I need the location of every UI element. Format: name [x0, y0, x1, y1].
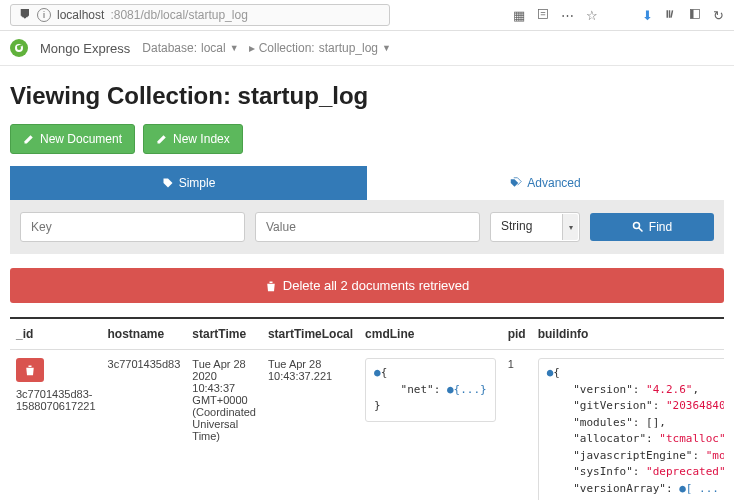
info-icon[interactable]: i — [37, 8, 51, 22]
download-icon[interactable]: ⬇ — [642, 8, 653, 23]
chevron-down-icon[interactable]: ▼ — [382, 43, 391, 53]
browser-actions: ▦ ⋯ ☆ ⬇ ↻ — [513, 8, 724, 23]
star-icon[interactable]: ☆ — [586, 8, 598, 23]
browser-chrome: ⛊ i localhost:8081/db/local/startup_log … — [0, 0, 734, 31]
col-starttime[interactable]: startTime — [186, 319, 262, 350]
tab-advanced[interactable]: Advanced — [367, 166, 724, 200]
url-host: localhost — [57, 8, 104, 22]
col-cmdline[interactable]: cmdLine — [359, 319, 502, 350]
tab-simple[interactable]: Simple — [10, 166, 367, 200]
chevron-down-icon[interactable]: ▼ — [230, 43, 239, 53]
crumb-database[interactable]: local — [201, 41, 226, 55]
search-icon — [632, 221, 644, 233]
cell-starttimelocal: Tue Apr 28 10:43:37.221 — [262, 350, 359, 501]
more-icon[interactable]: ⋯ — [561, 8, 574, 23]
col-pid[interactable]: pid — [502, 319, 532, 350]
svg-line-9 — [639, 228, 643, 232]
search-value-input[interactable] — [255, 212, 480, 242]
svg-rect-5 — [670, 10, 673, 18]
cell-buildinfo-json[interactable]: ●{ "version": "4.2.6", "gitVersion": "20… — [538, 358, 724, 500]
crumb-collection[interactable]: startup_log — [319, 41, 378, 55]
pencil-icon — [23, 133, 35, 145]
svg-rect-4 — [669, 10, 671, 18]
svg-rect-3 — [667, 10, 669, 18]
col-hostname[interactable]: hostname — [102, 319, 187, 350]
col-buildinfo[interactable]: buildinfo — [532, 319, 724, 350]
tracking-shield-icon: ⛊ — [19, 8, 31, 22]
delete-row-button[interactable] — [16, 358, 44, 382]
app-header: Mongo Express Database: local ▼ ▸ Collec… — [0, 31, 734, 66]
svg-rect-0 — [539, 9, 548, 18]
search-type-select[interactable]: String ▾ — [490, 212, 580, 242]
svg-point-8 — [633, 223, 639, 229]
trash-icon — [24, 364, 36, 376]
cell-cmdline-json[interactable]: ●{ "net": ●{...} } — [365, 358, 496, 422]
tag-icon — [162, 177, 174, 189]
cell-starttime: Tue Apr 28 2020 10:43:37 GMT+0000 (Coord… — [186, 350, 262, 501]
trash-icon — [265, 280, 277, 292]
sync-icon[interactable]: ↻ — [713, 8, 724, 23]
chevron-down-icon: ▾ — [562, 214, 578, 240]
table-row: 3c7701435d83-1588070617221 3c7701435d83 … — [10, 350, 724, 501]
qr-icon[interactable]: ▦ — [513, 8, 525, 23]
tags-icon — [510, 177, 522, 189]
new-index-button[interactable]: New Index — [143, 124, 243, 154]
col-id[interactable]: _id — [10, 319, 102, 350]
cell-pid: 1 — [502, 350, 532, 501]
find-button[interactable]: Find — [590, 213, 714, 241]
search-key-input[interactable] — [20, 212, 245, 242]
documents-table: _id hostname startTime startTimeLocal cm… — [10, 317, 724, 500]
col-starttimelocal[interactable]: startTimeLocal — [262, 319, 359, 350]
library-icon[interactable] — [665, 8, 677, 23]
reader-icon[interactable] — [537, 8, 549, 23]
svg-rect-7 — [691, 9, 694, 18]
delete-all-alert[interactable]: Delete all 2 documents retrieved — [10, 268, 724, 303]
sidebar-icon[interactable] — [689, 8, 701, 23]
brand[interactable]: Mongo Express — [40, 41, 130, 56]
url-bar[interactable]: ⛊ i localhost:8081/db/local/startup_log — [10, 4, 390, 26]
page-title: Viewing Collection: startup_log — [10, 82, 724, 110]
search-tabs: Simple Advanced — [10, 166, 724, 200]
mongo-express-logo — [10, 39, 28, 57]
search-row: String ▾ Find — [10, 200, 724, 254]
breadcrumb: Database: local ▼ ▸ Collection: startup_… — [142, 41, 391, 55]
cell-hostname: 3c7701435d83 — [102, 350, 187, 501]
pencil-icon — [156, 133, 168, 145]
url-path: :8081/db/local/startup_log — [110, 8, 247, 22]
cell-id[interactable]: 3c7701435d83-1588070617221 — [16, 388, 96, 412]
new-document-button[interactable]: New Document — [10, 124, 135, 154]
